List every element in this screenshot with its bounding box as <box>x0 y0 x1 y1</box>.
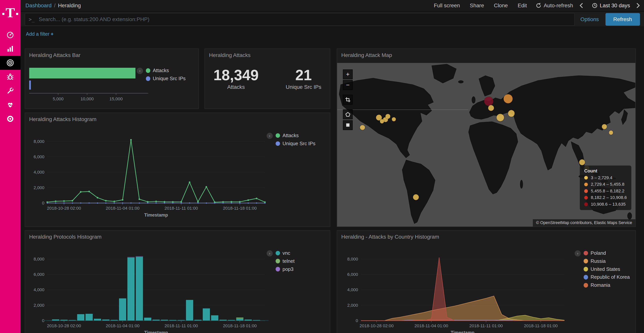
map-point[interactable] <box>579 159 585 165</box>
map-point[interactable] <box>386 114 390 119</box>
panel-heralding-attacks-histogram: Heralding Attacks Histogram 02,0004,0006… <box>25 113 330 227</box>
panel-heralding-attacks-bar: Heralding Attacks Bar 5,00010,00015,000 … <box>25 49 199 109</box>
legend-item[interactable]: Attacks <box>146 68 186 73</box>
map-point[interactable] <box>496 114 504 121</box>
svg-text:6,000: 6,000 <box>34 154 44 159</box>
legend-item[interactable]: pop3 <box>276 266 294 272</box>
metric-unique-src-ips: 21 Unique Src IPs <box>286 67 322 109</box>
sidebar-item-spiderfoot[interactable] <box>0 70 20 84</box>
filter-bar: Add a filter+ <box>20 27 644 41</box>
map-canvas[interactable]: + − Count 3 – 2,729.42,729.4 – 5,455.85,… <box>337 63 636 226</box>
sidebar-item-health[interactable] <box>0 98 20 112</box>
svg-text:2018-11-11 01:00: 2018-11-11 01:00 <box>164 206 198 211</box>
map-point[interactable] <box>484 97 493 106</box>
legend-item[interactable]: Unique Src IPs <box>146 76 186 81</box>
map-attribution[interactable]: © OpenStreetMap contributors, Elastic Ma… <box>533 219 636 226</box>
legend-item[interactable]: Poland <box>584 250 630 256</box>
legend-color-dot <box>584 251 588 255</box>
breadcrumb-dashboard-link[interactable]: Dashboard <box>26 3 52 9</box>
sidebar-item-tools[interactable] <box>0 84 20 98</box>
map-point[interactable] <box>413 194 419 200</box>
legend-color-dot <box>276 251 280 255</box>
time-back-button[interactable] <box>580 3 583 8</box>
t-mobile-logo[interactable]: T <box>0 0 20 26</box>
sidebar-item-cockpit[interactable] <box>0 28 20 42</box>
map-point[interactable] <box>392 117 396 121</box>
metric-group: 18,349 Attacks 21 Unique Src IPs <box>205 67 330 109</box>
legend-item[interactable]: Unique Src IPs <box>276 141 316 146</box>
sidebar-item-settings[interactable] <box>0 112 20 126</box>
svg-text:2,000: 2,000 <box>34 185 44 190</box>
legend-item[interactable]: Russia <box>584 258 630 264</box>
draw-rectangle-button[interactable] <box>343 120 353 130</box>
legend-item[interactable]: Attacks <box>276 133 316 138</box>
svg-text:8,000: 8,000 <box>347 256 358 261</box>
map-point[interactable] <box>609 130 613 134</box>
panel-title: Heralding Protocols Histogram <box>25 231 330 240</box>
svg-text:2018-11-18 01:00: 2018-11-18 01:00 <box>524 323 558 328</box>
share-button[interactable]: Share <box>470 3 484 9</box>
legend-item[interactable]: vnc <box>276 250 294 256</box>
metric-value: 21 <box>295 67 312 83</box>
legend-item: 2,729.4 – 5,455.8 <box>584 182 627 187</box>
legend-toggle-icon[interactable]: › <box>137 68 143 74</box>
legend-color-dot <box>146 76 150 81</box>
legend-item[interactable]: Republic of Korea <box>584 274 630 280</box>
crop-icon <box>346 97 350 102</box>
full-screen-button[interactable]: Full screen <box>434 3 460 9</box>
map-point[interactable] <box>504 94 512 103</box>
panel-title: Heralding Attacks <box>205 49 330 58</box>
legend-item: 8,182.2 – 10,908.6 <box>584 195 627 200</box>
map-point[interactable] <box>508 110 514 117</box>
map-point[interactable] <box>360 125 365 130</box>
zoom-out-button[interactable]: − <box>343 80 353 90</box>
target-icon <box>6 59 14 67</box>
svg-text:2018-11-18 01:00: 2018-11-18 01:00 <box>223 206 257 211</box>
panel-title: Heralding Attack Map <box>337 49 636 58</box>
attacks-histogram-chart[interactable]: 02,0004,0006,0008,0002018-10-28 02:00201… <box>28 130 279 218</box>
map-point[interactable] <box>380 119 384 123</box>
bar-chart-icon <box>6 45 14 53</box>
options-link[interactable]: Options <box>580 16 599 23</box>
zoom-in-button[interactable]: + <box>343 70 353 79</box>
breadcrumb-current: Heralding <box>58 3 81 9</box>
legend-toggle-icon[interactable]: › <box>266 250 273 256</box>
refresh-button[interactable]: Refresh <box>606 13 640 26</box>
chart-legend: › PolandRussiaUnited StatesRepublic of K… <box>574 250 630 288</box>
sidebar-item-kibana[interactable] <box>0 56 20 70</box>
metric-label: Unique Src IPs <box>286 84 322 90</box>
protocols-histogram-chart[interactable]: 02,0004,0006,0008,0002018-10-28 02:00201… <box>28 247 279 333</box>
legend-toggle-icon[interactable]: › <box>574 250 581 256</box>
fit-bounds-button[interactable] <box>343 95 353 105</box>
svg-text:2018-11-04 01:00: 2018-11-04 01:00 <box>106 323 139 328</box>
search-input[interactable] <box>38 16 570 23</box>
map-point[interactable] <box>602 124 607 129</box>
panel-title: Heralding Attacks Bar <box>25 49 198 58</box>
chart-legend: › vnctelnetpop3 <box>266 250 294 272</box>
metric-label: Attacks <box>227 84 245 90</box>
legend-color-dot <box>584 202 588 206</box>
map-point[interactable] <box>488 105 494 111</box>
country-histogram-chart[interactable]: 02,0004,0006,0008,0002018-10-28 02:00201… <box>340 247 579 333</box>
svg-text:2,000: 2,000 <box>34 303 44 307</box>
sidebar: T <box>0 0 20 333</box>
svg-text:8,000: 8,000 <box>34 256 44 261</box>
logo-t: T <box>6 6 15 20</box>
clone-button[interactable]: Clone <box>494 3 508 9</box>
add-filter-button[interactable]: Add a filter+ <box>26 31 54 37</box>
sidebar-item-analytics[interactable] <box>0 42 20 56</box>
svg-text:Timestamp: Timestamp <box>144 213 168 217</box>
legend-toggle-icon[interactable]: › <box>266 133 273 139</box>
legend-item[interactable]: United States <box>584 266 630 272</box>
legend-item[interactable]: Romania <box>584 282 630 288</box>
legend-title: Count <box>584 168 627 174</box>
auto-refresh-button[interactable]: Auto-refresh <box>536 3 573 9</box>
svg-text:2,000: 2,000 <box>347 303 358 307</box>
draw-polygon-button[interactable] <box>343 110 353 119</box>
gauge-icon <box>6 31 14 39</box>
legend-item[interactable]: telnet <box>276 258 294 264</box>
edit-button[interactable]: Edit <box>518 3 527 9</box>
time-forward-button[interactable] <box>636 3 640 8</box>
time-range-button[interactable]: Last 30 days <box>592 3 630 9</box>
svg-text:2018-10-28 02:00: 2018-10-28 02:00 <box>47 323 81 328</box>
